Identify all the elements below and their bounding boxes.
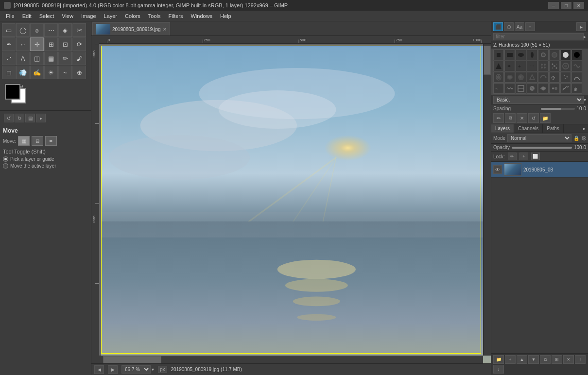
brush-cell[interactable] xyxy=(527,50,537,60)
brush-cell[interactable] xyxy=(571,72,582,83)
pencil-tool[interactable]: ✏ xyxy=(58,51,72,65)
brush-folder-button[interactable]: 📁 xyxy=(540,113,551,123)
move-active-layer-option[interactable]: Move the active layer xyxy=(3,163,88,169)
brush-refresh-button[interactable]: ↺ xyxy=(528,113,539,123)
menu-item-windows[interactable]: Windows xyxy=(187,12,216,20)
tab-close-button[interactable]: ✕ xyxy=(163,27,167,32)
delete-layer-button[interactable]: ✕ xyxy=(563,355,574,364)
menu-item-layer[interactable]: Layer xyxy=(100,12,121,20)
new-layer-group-button[interactable]: 📁 xyxy=(493,355,504,364)
brush-duplicate-button[interactable]: ⧉ xyxy=(505,113,516,123)
ellipse-select-tool[interactable]: ◯ xyxy=(16,23,30,37)
layer-item[interactable]: 👁 20190805_08 xyxy=(491,162,588,178)
spacing-slider[interactable] xyxy=(541,108,575,110)
text-tool[interactable]: A xyxy=(16,51,30,65)
brush-cell[interactable]: ⁺⁺ xyxy=(527,61,537,71)
brush-cell[interactable] xyxy=(527,83,537,94)
menu-item-file[interactable]: File xyxy=(2,12,18,20)
bucket-fill-tool[interactable]: ◫ xyxy=(30,51,44,65)
flip-tool[interactable]: ⇌ xyxy=(2,51,16,65)
vscroll-thumb[interactable] xyxy=(484,46,491,75)
minimize-button[interactable]: – xyxy=(548,2,559,9)
layers-panel-options[interactable]: ▸ xyxy=(581,124,588,133)
brush-cell[interactable] xyxy=(560,50,571,60)
channels-tab[interactable]: Channels xyxy=(514,124,543,133)
brush-delete-button[interactable]: ✕ xyxy=(517,113,527,123)
brush-cell[interactable] xyxy=(571,50,582,60)
status-nav-prev[interactable]: ◀ xyxy=(94,365,104,374)
brush-cell[interactable] xyxy=(493,72,504,83)
menu-item-view[interactable]: View xyxy=(58,12,77,20)
menu-item-image[interactable]: Image xyxy=(77,12,100,20)
brush-cell[interactable] xyxy=(504,83,515,94)
fonts-tab-button[interactable]: ≡ xyxy=(525,22,535,31)
brush-cell[interactable]: ✣ xyxy=(549,72,560,83)
brush-cell[interactable] xyxy=(493,50,504,60)
image-tab[interactable]: 20190805_080919.jpg ✕ xyxy=(92,22,170,35)
layers-scroll-up[interactable]: ↑ xyxy=(575,355,586,364)
brush-cell[interactable] xyxy=(549,50,560,60)
vertical-scrollbar[interactable] xyxy=(483,44,491,356)
eraser-tool[interactable]: ◻ xyxy=(2,66,16,79)
move-tool[interactable]: ✛ xyxy=(30,37,44,51)
brush-cell[interactable]: ~ xyxy=(493,83,504,94)
brush-cell[interactable] xyxy=(516,50,526,60)
brush-cell[interactable] xyxy=(504,50,515,60)
save-options-icon[interactable]: ↻ xyxy=(15,114,24,122)
brush-cell[interactable] xyxy=(571,61,582,71)
close-button[interactable]: ✕ xyxy=(573,2,584,9)
brush-cell[interactable] xyxy=(538,83,549,94)
menu-item-filters[interactable]: Filters xyxy=(165,12,187,20)
new-layer-button[interactable]: + xyxy=(505,355,516,364)
brush-cell[interactable] xyxy=(516,72,526,83)
brush-cell[interactable] xyxy=(527,72,537,83)
menu-item-help[interactable]: Help xyxy=(216,12,235,20)
filter-input[interactable] xyxy=(493,33,584,40)
options-menu-icon[interactable]: ▤ xyxy=(25,114,35,122)
pick-layer-radio[interactable] xyxy=(3,156,8,162)
opacity-slider[interactable] xyxy=(512,147,572,149)
brush-cell[interactable] xyxy=(549,61,560,71)
smudge-tool[interactable]: ~ xyxy=(58,66,72,79)
paths-tool[interactable]: ✒ xyxy=(2,37,16,51)
brush-set-select[interactable]: Basic, xyxy=(493,96,584,104)
layer-visibility-toggle[interactable]: 👁 xyxy=(493,165,502,174)
canvas-viewport[interactable] xyxy=(99,44,491,363)
measure-tool[interactable]: ↔ xyxy=(16,37,30,51)
restore-defaults-icon[interactable]: ↺ xyxy=(4,114,14,122)
gradient-tool[interactable]: ▤ xyxy=(44,51,58,65)
brush-cell[interactable] xyxy=(538,72,549,83)
menu-item-tools[interactable]: Tools xyxy=(144,12,165,20)
brush-cell[interactable] xyxy=(516,83,526,94)
layers-scroll-down[interactable]: ↓ xyxy=(493,365,504,374)
lock-position-button[interactable]: + xyxy=(519,153,528,160)
brush-cell[interactable]: ⊕ xyxy=(571,83,582,94)
patterns-tab-button[interactable]: ⬡ xyxy=(504,22,514,31)
dodge-burn-tool[interactable]: ☀ xyxy=(44,66,58,79)
airbrush-tool[interactable]: 💨 xyxy=(16,66,30,79)
lock-pixels-button[interactable]: ✏ xyxy=(508,153,517,160)
merge-layer-button[interactable]: ⊞ xyxy=(552,355,562,364)
brushes-tab-button[interactable]: ⬛ xyxy=(493,22,503,31)
move-layer-button[interactable]: ▦ xyxy=(18,136,30,146)
brush-cell[interactable] xyxy=(549,83,560,94)
status-nav-next[interactable]: ▶ xyxy=(108,365,118,374)
panel-options-button[interactable]: ▸ xyxy=(576,22,586,31)
brush-cell[interactable] xyxy=(493,61,504,71)
brush-cell[interactable] xyxy=(504,72,515,83)
transform-tool[interactable]: ⟳ xyxy=(72,37,86,51)
gradients-tab-button[interactable]: Aa xyxy=(515,22,524,31)
brush-cell[interactable] xyxy=(560,72,571,83)
menu-item-select[interactable]: Select xyxy=(35,12,58,20)
brush-cell[interactable] xyxy=(538,50,549,60)
fuzzy-select-tool[interactable]: ⋯ xyxy=(44,23,58,37)
brush-cell[interactable] xyxy=(538,61,549,71)
brush-cell[interactable]: ✦ xyxy=(504,61,515,71)
rect-select-tool[interactable]: ▭ xyxy=(2,23,16,37)
crop-tool[interactable]: ⊡ xyxy=(58,37,72,51)
color-select-tool[interactable]: ◈ xyxy=(58,23,72,37)
brush-edit-button[interactable]: ✏ xyxy=(493,113,504,123)
raise-layer-button[interactable]: ▲ xyxy=(517,355,527,364)
menu-item-edit[interactable]: Edit xyxy=(18,12,35,20)
free-select-tool[interactable]: ⌾ xyxy=(30,23,44,37)
